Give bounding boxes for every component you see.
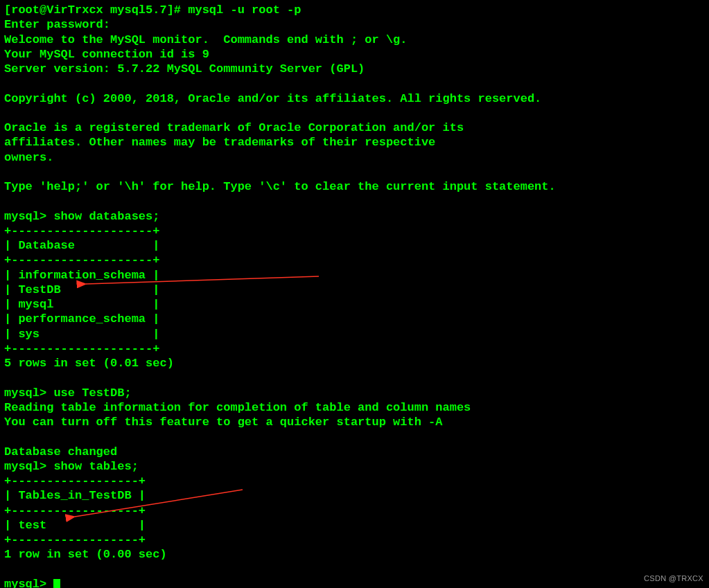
- mysql-prompt: mysql>: [4, 386, 53, 400]
- turnoff-feature: You can turn off this feature to get a q…: [4, 415, 705, 429]
- database-changed: Database changed: [4, 445, 705, 459]
- tables-border-mid: +------------------+: [4, 504, 705, 518]
- reading-table-info: Reading table information for completion…: [4, 400, 705, 415]
- databases-header: | Database |: [4, 238, 705, 253]
- show-databases-command: show databases;: [53, 210, 159, 223]
- mysql-prompt: mysql>: [4, 578, 53, 588]
- database-row: | TestDB |: [4, 283, 705, 297]
- mysql-prompt: mysql>: [4, 460, 53, 473]
- database-row: | sys |: [4, 327, 705, 341]
- welcome-line-1: Welcome to the MySQL monitor. Commands e…: [4, 33, 705, 47]
- show-tables-command: show tables;: [53, 460, 138, 473]
- tables-header: | Tables_in_TestDB |: [4, 488, 705, 503]
- databases-border-top: +--------------------+: [4, 224, 705, 238]
- database-row: | performance_schema |: [4, 312, 705, 326]
- tables-result: 1 row in set (0.00 sec): [4, 547, 705, 562]
- watermark: CSDN @TRXCX: [644, 574, 703, 584]
- table-row: | test |: [4, 518, 705, 533]
- mysql-prompt-show-databases: mysql> show databases;: [4, 209, 705, 224]
- mysql-prompt-use-testdb: mysql> use TestDB;: [4, 386, 705, 400]
- cursor-icon: [53, 579, 60, 588]
- shell-prompt-line: [root@VirTrxcx mysql5.7]# mysql -u root …: [4, 3, 705, 17]
- tables-border-top: +------------------+: [4, 474, 705, 488]
- mysql-prompt-idle[interactable]: mysql>: [4, 577, 705, 588]
- shell-prompt: [root@VirTrxcx mysql5.7]#: [4, 3, 188, 17]
- help-line: Type 'help;' or '\h' for help. Type '\c'…: [4, 179, 705, 194]
- copyright-line: Copyright (c) 2000, 2018, Oracle and/or …: [4, 91, 705, 106]
- shell-command: mysql -u root -p: [188, 3, 301, 17]
- trademark-line-3: owners.: [4, 150, 705, 165]
- databases-border-bot: +--------------------+: [4, 341, 705, 356]
- enter-password-line: Enter password:: [4, 17, 705, 32]
- database-row: | information_schema |: [4, 268, 705, 283]
- database-row: | mysql |: [4, 297, 705, 312]
- welcome-line-2: Your MySQL connection id is 9: [4, 47, 705, 62]
- use-testdb-command: use TestDB;: [53, 386, 131, 400]
- databases-border-mid: +--------------------+: [4, 253, 705, 267]
- welcome-line-3: Server version: 5.7.22 MySQL Community S…: [4, 62, 705, 76]
- trademark-line-1: Oracle is a registered trademark of Orac…: [4, 121, 705, 135]
- databases-result: 5 rows in set (0.01 sec): [4, 356, 705, 371]
- terminal-output[interactable]: [root@VirTrxcx mysql5.7]# mysql -u root …: [4, 3, 705, 588]
- tables-border-bot: +------------------+: [4, 533, 705, 547]
- trademark-line-2: affiliates. Other names may be trademark…: [4, 135, 705, 150]
- mysql-prompt-show-tables: mysql> show tables;: [4, 459, 705, 474]
- mysql-prompt: mysql>: [4, 210, 53, 223]
